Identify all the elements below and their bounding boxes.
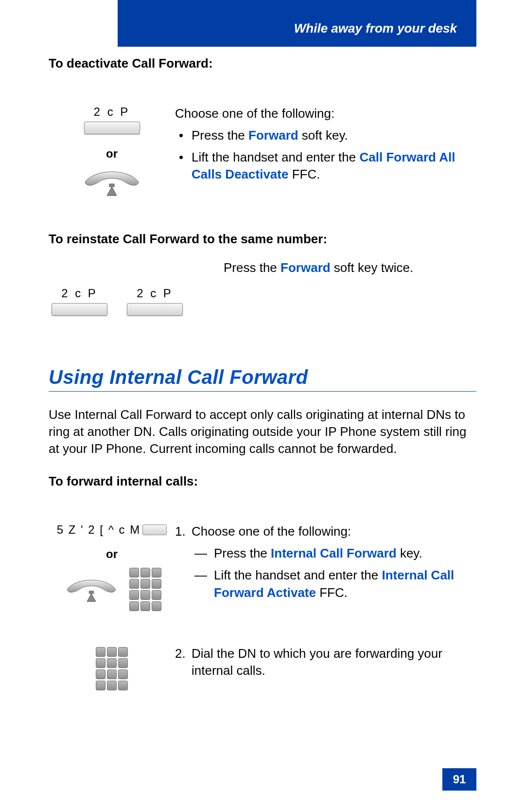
s3-step2-row: 2. Dial the DN to which you are forwardi… [49,645,476,704]
or-label: or [49,547,175,561]
softkey-button-icon [127,303,183,316]
s1-left: 2 c P or [49,105,175,198]
s1-row: 2 c P or Choose one of the following: Pr… [49,105,476,198]
step-1: 1. Choose one of the following: Press th… [192,523,476,601]
page-content: To deactivate Call Forward: 2 c P or Cho… [49,56,476,704]
s3-step2-right: 2. Dial the DN to which you are forwardi… [175,645,476,704]
s2-right: Press the Forward soft key twice. [190,259,476,276]
s1-heading: To deactivate Call Forward: [49,56,476,71]
forward-link: Forward [248,128,298,143]
handset-icon [49,167,175,198]
s3-step2-left [49,645,175,690]
indicator-button-icon [142,524,167,535]
step1-opt-b: Lift the handset and enter the Internal … [214,567,476,601]
header-title: While away from your desk [294,21,457,36]
softkey-2: 2 c P [127,287,183,318]
s1-bullet-2: Lift the handset and enter the Call Forw… [192,149,476,183]
section-title: Using Internal Call Forward [49,366,476,392]
or-label: or [49,147,175,161]
s3-step1-left: 5 Z ' 2 [ ^ c M or [49,523,175,611]
s3-heading: To forward internal calls: [49,474,476,489]
softkey-label: 2 c P [49,105,175,119]
step-2: 2. Dial the DN to which you are forwardi… [192,645,476,679]
step1-opt-a: Press the Internal Call Forward key. [214,545,476,562]
s2-heading: To reinstate Call Forward to the same nu… [49,232,476,247]
s1-bullet-1: Press the Forward soft key. [192,127,476,144]
s2-row: 2 c P 2 c P Press the Forward soft key t… [49,259,476,318]
s3-step1-row: 5 Z ' 2 [ ^ c M or [49,523,476,625]
header-band: While away from your desk [118,0,476,47]
forward-link: Forward [280,260,331,275]
keypad-icon [96,647,128,690]
handset-keypad-icon [49,568,175,611]
s3-step1-right: 1. Choose one of the following: Press th… [175,523,476,625]
softkey-button-icon [52,303,107,316]
icf-link: Internal Call Forward [271,546,397,560]
softkey-1: 2 c P [52,287,107,318]
s1-right: Choose one of the following: Press the F… [175,105,476,188]
s2-left: 2 c P 2 c P [49,259,190,318]
s3-para: Use Internal Call Forward to accept only… [49,406,476,457]
softkey-button-icon [84,122,140,134]
keypad-icon [129,568,161,611]
page-number: 91 [442,768,476,791]
s1-intro: Choose one of the following: [175,105,476,122]
feature-key-label: 5 Z ' 2 [ ^ c M [57,523,141,537]
